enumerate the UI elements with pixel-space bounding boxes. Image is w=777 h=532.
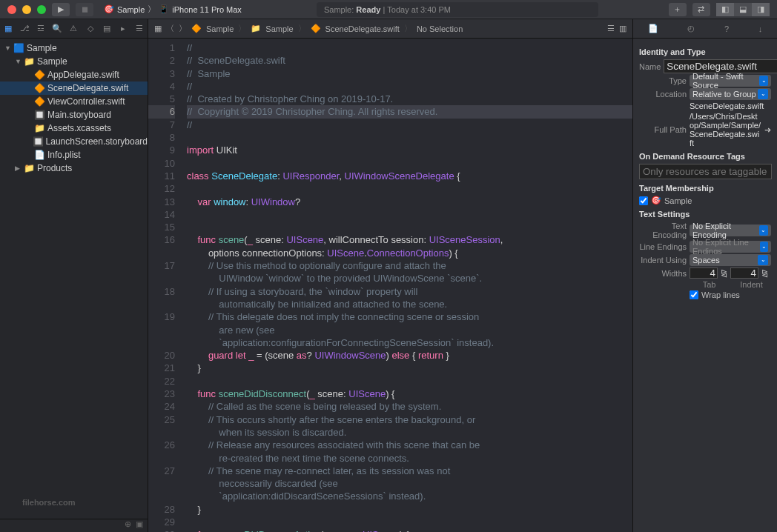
encoding-popup[interactable]: No Explicit Encoding⌄: [690, 225, 771, 236]
assets-icon: 📁: [34, 123, 44, 133]
tree-group[interactable]: ▼📁Sample: [0, 55, 148, 68]
run-button[interactable]: ▶: [52, 3, 70, 16]
find-nav-icon[interactable]: 🔍: [51, 24, 63, 33]
project-nav-icon[interactable]: ▦: [2, 24, 14, 33]
indent-width-field[interactable]: [730, 267, 758, 279]
navigator: ▦ ⎇ ☲ 🔍 ⚠ ◇ ▤ ▸ ☰ ▼🟦Sample ▼📁Sample 🔶App…: [0, 19, 148, 532]
reveal-icon[interactable]: ➜: [764, 125, 771, 135]
swift-icon: 🔶: [191, 24, 202, 33]
tree-file[interactable]: 🔶AppDelegate.swift: [0, 68, 148, 82]
tm-header: Target Membership: [639, 184, 771, 193]
app-icon: 🎯: [104, 4, 114, 14]
type-popup[interactable]: Default - Swift Source⌄: [690, 75, 771, 87]
tree-file-selected[interactable]: 🔶SceneDelegate.swift: [0, 82, 148, 95]
chevron-down-icon: ⌄: [759, 225, 768, 236]
back-button[interactable]: 〈: [166, 23, 174, 34]
storyboard-icon: 🔲: [33, 136, 43, 147]
device-icon: 📱: [159, 4, 169, 14]
library-button[interactable]: ＋: [669, 3, 687, 16]
fullpath-value: /Users/Chris/Desktop/Sample/Sample/Scene…: [690, 112, 761, 147]
navigator-footer: ⊕ ▣: [0, 519, 148, 532]
breakpoint-nav-icon[interactable]: ▸: [117, 24, 129, 33]
adjust-editor-icon[interactable]: ▥: [619, 24, 626, 33]
stepper-icon[interactable]: ⧎: [761, 268, 768, 278]
swift-icon: 🔶: [34, 70, 44, 80]
status-prefix: Sample:: [324, 5, 354, 14]
identity-header: Identity and Type: [639, 47, 771, 56]
chevron-down-icon: ⌄: [760, 242, 768, 252]
attributes-inspector-icon[interactable]: ↓: [758, 24, 763, 33]
panel-toggles: ◧ ⬓ ◨: [716, 3, 770, 16]
report-nav-icon[interactable]: ☰: [133, 24, 145, 33]
inspector-tabs: 📄 ◴ ? ↓: [633, 19, 777, 39]
scheme-app: Sample: [117, 5, 145, 14]
location-popup[interactable]: Relative to Group⌄: [690, 88, 771, 100]
target-name: Sample: [664, 196, 692, 205]
wrap-label: Wrap lines: [701, 290, 740, 299]
editor-options-icon[interactable]: ☰: [607, 24, 615, 33]
scm-filter-icon[interactable]: ▣: [136, 519, 143, 532]
watermark: filehorse.com: [22, 491, 76, 510]
source-text[interactable]: //// SceneDelegate.swift// Sample//// Cr…: [182, 39, 632, 532]
issue-nav-icon[interactable]: ⚠: [67, 24, 79, 33]
swift-icon: 🔶: [311, 24, 321, 33]
swift-icon: 🔶: [34, 83, 44, 93]
file-inspector-icon[interactable]: 📄: [648, 24, 658, 33]
tree-file[interactable]: 📁Assets.xcassets: [0, 122, 148, 135]
app-icon: 🎯: [651, 196, 661, 205]
tree-file[interactable]: 🔲Main.storyboard: [0, 108, 148, 122]
tree-file[interactable]: 📄Info.plist: [0, 148, 148, 162]
stepper-icon[interactable]: ⧎: [721, 268, 727, 278]
forward-button[interactable]: 〉: [179, 23, 187, 34]
zoom-icon[interactable]: [37, 5, 46, 14]
inspector: 📄 ◴ ? ↓ Identity and Type Name TypeDefau…: [632, 19, 777, 532]
code-review-button[interactable]: ⇄: [692, 3, 710, 16]
related-items-icon[interactable]: ▦: [154, 24, 162, 33]
scheme-selector[interactable]: 🎯 Sample 〉 📱 iPhone 11 Pro Max: [99, 4, 246, 15]
filter-icon[interactable]: ⊕: [125, 519, 131, 532]
jump-bar[interactable]: ▦ 〈 〉 🔶Sample〉 📁Sample〉 🔶SceneDelegate.s…: [148, 19, 632, 39]
chevron-down-icon: ⌄: [759, 76, 768, 86]
plist-icon: 📄: [34, 150, 44, 160]
symbol-nav-icon[interactable]: ☲: [35, 24, 47, 33]
location-file: SceneDelegate.swift: [690, 102, 771, 110]
lineendings-popup[interactable]: No Explicit Line Endings⌄: [690, 241, 771, 253]
toggle-inspector-button[interactable]: ◨: [752, 3, 770, 16]
help-inspector-icon[interactable]: ?: [724, 24, 729, 33]
storyboard-icon: 🔲: [34, 110, 44, 120]
tree-group-products[interactable]: ▶📁Products: [0, 162, 148, 175]
folder-icon: 📁: [251, 24, 261, 33]
window-controls: [7, 5, 46, 14]
test-nav-icon[interactable]: ◇: [85, 24, 96, 33]
chevron-down-icon: ⌄: [758, 89, 768, 99]
wrap-checkbox[interactable]: [690, 290, 698, 299]
odr-header: On Demand Resource Tags: [639, 152, 771, 161]
project-icon: 🟦: [13, 43, 24, 53]
indent-popup[interactable]: Spaces⌄: [690, 254, 771, 266]
editor: ▦ 〈 〉 🔶Sample〉 📁Sample〉 🔶SceneDelegate.s…: [148, 19, 632, 532]
tree-file[interactable]: 🔲LaunchScreen.storyboard: [0, 135, 148, 148]
folder-icon: 📁: [24, 163, 34, 173]
tree-file[interactable]: 🔶ViewController.swift: [0, 95, 148, 108]
ts-header: Text Settings: [639, 210, 771, 219]
debug-nav-icon[interactable]: ▤: [101, 24, 113, 33]
project-tree: ▼🟦Sample ▼📁Sample 🔶AppDelegate.swift 🔶Sc…: [0, 39, 148, 519]
chevron-down-icon: ⌄: [758, 255, 768, 265]
source-control-nav-icon[interactable]: ⎇: [19, 24, 30, 33]
status-state: Ready: [356, 5, 380, 14]
tree-project[interactable]: ▼🟦Sample: [0, 41, 148, 55]
folder-icon: 📁: [24, 56, 34, 67]
history-inspector-icon[interactable]: ◴: [687, 24, 695, 33]
activity-view[interactable]: Sample: Ready | Today at 3:40 PM: [317, 2, 598, 17]
toggle-debug-button[interactable]: ⬓: [734, 3, 752, 16]
code-area[interactable]: 1234567891011121314151617181920212223242…: [148, 39, 632, 532]
minimize-icon[interactable]: [22, 5, 31, 14]
odr-field: [639, 164, 772, 179]
toggle-navigator-button[interactable]: ◧: [716, 3, 734, 16]
stop-button[interactable]: ◼: [76, 3, 93, 16]
tab-width-field[interactable]: [690, 267, 718, 279]
target-checkbox[interactable]: [639, 196, 648, 205]
close-icon[interactable]: [7, 5, 16, 14]
line-gutter[interactable]: 1234567891011121314151617181920212223242…: [148, 39, 182, 532]
chevron-right-icon: 〉: [148, 4, 156, 15]
